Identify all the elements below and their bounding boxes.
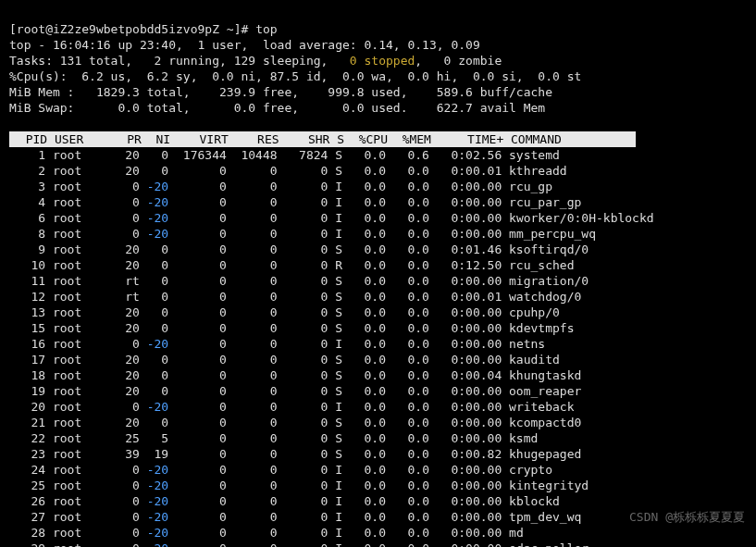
process-list: 1 root 20 0 176344 10448 7824 S 0.0 0.6 … [9, 147, 747, 547]
summary-swap: MiB Swap: 0.0 total, 0.0 free, 0.0 used.… [9, 101, 545, 115]
column-header: PID USER PR NI VIRT RES SHR S %CPU %MEM … [9, 131, 636, 147]
prompt-line: [root@iZ2ze9wbetpobdd5izvo9pZ ~]# top [9, 22, 278, 36]
process-row: 12 root rt 0 0 0 0 S 0.0 0.0 0:00.01 wat… [9, 290, 581, 304]
process-row: 6 root 0 -20 0 0 0 I 0.0 0.0 0:00.00 kwo… [9, 211, 654, 225]
process-row: 28 root 0 -20 0 0 0 I 0.0 0.0 0:00.00 md [9, 526, 524, 540]
process-row: 15 root 20 0 0 0 0 S 0.0 0.0 0:00.00 kde… [9, 321, 574, 335]
process-row: 27 root 0 -20 0 0 0 I 0.0 0.0 0:00.00 tp… [9, 510, 581, 524]
process-row: 26 root 0 -20 0 0 0 I 0.0 0.0 0:00.00 kb… [9, 494, 560, 508]
process-row: 10 root 20 0 0 0 0 R 0.0 0.0 0:12.50 rcu… [9, 258, 574, 272]
process-row: 25 root 0 -20 0 0 0 I 0.0 0.0 0:00.00 ki… [9, 479, 589, 492]
summary-tasks: Tasks: 131 total, 2 running, 129 sleepin… [9, 54, 502, 68]
process-row: 2 root 20 0 0 0 0 S 0.0 0.0 0:00.01 kthr… [9, 164, 567, 178]
process-row: 19 root 20 0 0 0 0 S 0.0 0.0 0:00.00 oom… [9, 384, 581, 398]
summary-mem: MiB Mem : 1829.3 total, 239.9 free, 999.… [9, 85, 552, 99]
process-row: 3 root 0 -20 0 0 0 I 0.0 0.0 0:00.00 rcu… [9, 180, 552, 193]
process-row: 17 root 20 0 0 0 0 S 0.0 0.0 0:00.00 kau… [9, 353, 560, 367]
terminal-window[interactable]: [root@iZ2ze9wbetpobdd5izvo9pZ ~]# top to… [0, 0, 756, 547]
process-row: 9 root 20 0 0 0 0 S 0.0 0.0 0:01.46 ksof… [9, 242, 589, 256]
process-row: 24 root 0 -20 0 0 0 I 0.0 0.0 0:00.00 cr… [9, 463, 552, 477]
process-row: 20 root 0 -20 0 0 0 I 0.0 0.0 0:00.00 wr… [9, 400, 575, 414]
process-row: 8 root 0 -20 0 0 0 I 0.0 0.0 0:00.00 mm_… [9, 227, 596, 241]
process-row: 11 root rt 0 0 0 0 S 0.0 0.0 0:00.00 mig… [9, 274, 589, 288]
process-row: 13 root 20 0 0 0 0 S 0.0 0.0 0:00.00 cpu… [9, 305, 560, 319]
process-row: 29 root 0 -20 0 0 0 I 0.0 0.0 0:00.00 ed… [9, 541, 589, 547]
process-row: 21 root 20 0 0 0 0 S 0.0 0.0 0:00.00 kco… [9, 416, 581, 429]
summary-line-1: top - 16:04:16 up 23:40, 1 user, load av… [9, 38, 480, 52]
process-row: 18 root 20 0 0 0 0 S 0.0 0.0 0:00.04 khu… [9, 368, 581, 382]
process-row: 4 root 0 -20 0 0 0 I 0.0 0.0 0:00.00 rcu… [9, 195, 581, 209]
summary-cpu: %Cpu(s): 6.2 us, 6.2 sy, 0.0 ni, 87.5 id… [9, 69, 581, 83]
process-row: 22 root 25 5 0 0 0 S 0.0 0.0 0:00.00 ksm… [9, 431, 538, 445]
process-row: 1 root 20 0 176344 10448 7824 S 0.0 0.6 … [9, 148, 560, 162]
process-row: 16 root 0 -20 0 0 0 I 0.0 0.0 0:00.00 ne… [9, 337, 545, 351]
process-row: 23 root 39 19 0 0 0 S 0.0 0.0 0:00.82 kh… [9, 447, 581, 461]
